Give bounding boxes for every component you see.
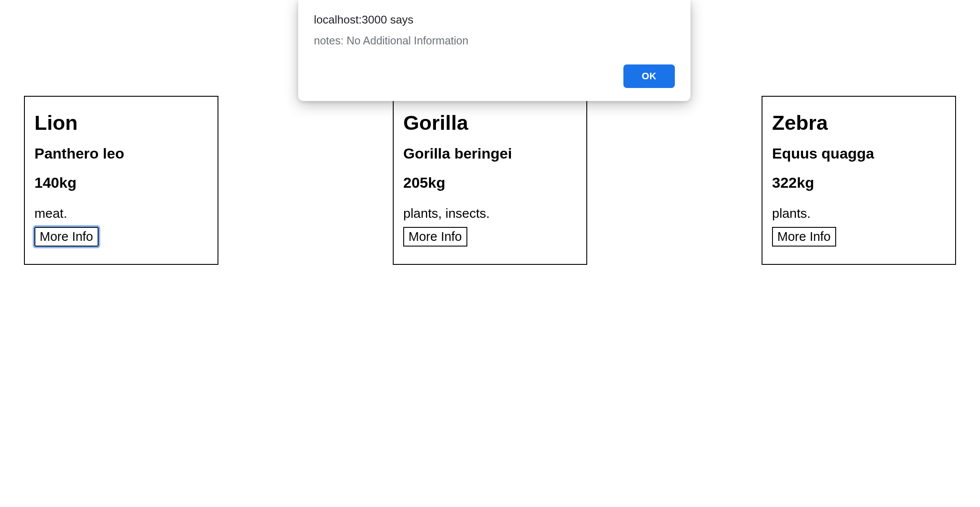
animal-scientific-name: Panthero leo [34, 145, 208, 162]
animal-name: Zebra [772, 111, 946, 135]
animal-weight: 205kg [403, 174, 577, 191]
animal-diet: plants. [772, 206, 946, 221]
animal-weight: 140kg [34, 174, 208, 191]
animal-scientific-name: Equus quagga [772, 145, 946, 162]
animal-name: Gorilla [403, 111, 577, 135]
animal-weight: 322kg [772, 174, 946, 191]
animal-diet: meat. [34, 206, 208, 221]
alert-ok-button[interactable]: OK [623, 64, 675, 88]
animal-scientific-name: Gorilla beringei [403, 145, 577, 162]
alert-title: localhost:3000 says [314, 13, 675, 27]
animal-name: Lion [34, 111, 208, 135]
animal-card-gorilla: Gorilla Gorilla beringei 205kg plants, i… [393, 96, 587, 265]
animal-card-lion: Lion Panthero leo 140kg meat. More Info [24, 96, 218, 265]
more-info-button[interactable]: More Info [403, 227, 467, 247]
alert-actions: OK [314, 64, 675, 88]
alert-message: notes: No Additional Information [314, 34, 675, 47]
alert-dialog: localhost:3000 says notes: No Additional… [298, 0, 691, 101]
more-info-button[interactable]: More Info [34, 227, 99, 247]
animal-diet: plants, insects. [403, 206, 577, 221]
more-info-button[interactable]: More Info [772, 227, 836, 247]
animal-card-zebra: Zebra Equus quagga 322kg plants. More In… [762, 96, 956, 265]
